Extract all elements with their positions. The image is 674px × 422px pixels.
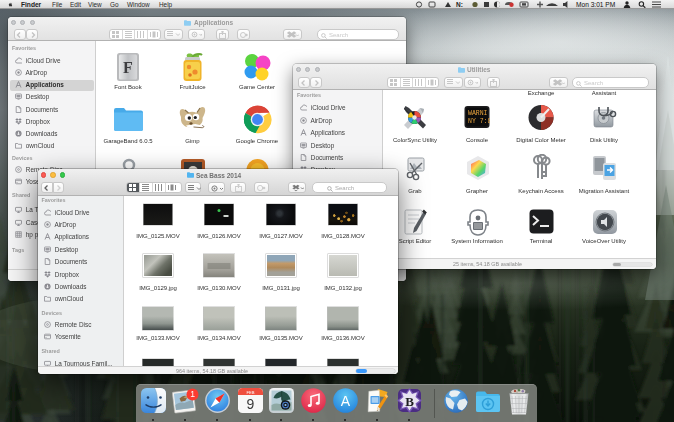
- svg-text:WARNI: WARNI: [468, 110, 488, 117]
- svg-text:F: F: [123, 59, 133, 76]
- svg-text:NY 7:86: NY 7:86: [468, 118, 490, 125]
- svg-text:B: B: [405, 394, 414, 409]
- svg-text:9: 9: [246, 396, 254, 412]
- svg-text:1: 1: [190, 389, 195, 399]
- svg-text:A: A: [340, 393, 350, 409]
- svg-text:FEB: FEB: [246, 390, 254, 395]
- svg-text:N:: N:: [456, 1, 463, 8]
